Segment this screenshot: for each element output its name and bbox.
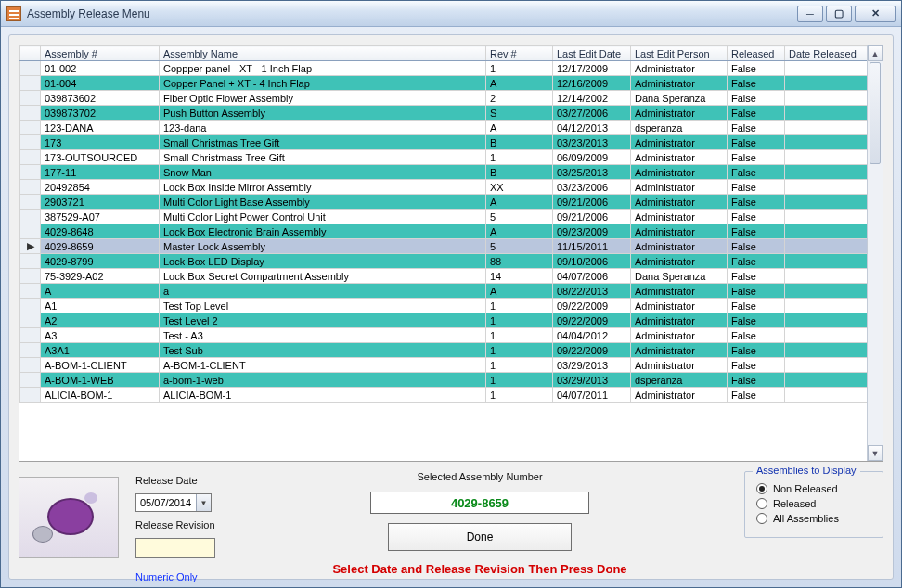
row-header[interactable] (20, 165, 41, 180)
radio-icon[interactable] (756, 513, 767, 524)
cell-last-edit-person[interactable]: Administrator (631, 239, 728, 254)
cell-rev[interactable]: A (486, 224, 553, 239)
table-row[interactable]: A-BOM-1-WEBa-bom-1-web103/29/2013dsperan… (20, 373, 868, 388)
col-last-edit-person[interactable]: Last Edit Person (631, 46, 728, 61)
release-date-picker[interactable]: 05/07/2014 ▼ (135, 493, 212, 512)
cell-assembly-name[interactable]: a (160, 284, 486, 299)
cell-assembly-name[interactable]: Multi Color Light Power Control Unit (160, 210, 486, 224)
cell-assembly-number[interactable]: 4029-8648 (41, 224, 160, 239)
cell-assembly-number[interactable]: 75-3929-A02 (41, 269, 160, 284)
cell-last-edit-person[interactable]: dsperanza (631, 121, 728, 135)
cell-last-edit-date[interactable]: 09/22/2009 (553, 299, 631, 313)
cell-last-edit-date[interactable]: 04/12/2013 (553, 121, 631, 135)
cell-last-edit-date[interactable]: 06/09/2009 (553, 150, 631, 165)
table-row[interactable]: 4029-8648Lock Box Electronic Brain Assem… (20, 224, 868, 239)
release-revision-input[interactable] (135, 538, 215, 558)
cell-last-edit-date[interactable]: 09/10/2006 (553, 254, 631, 269)
row-header[interactable] (20, 195, 41, 210)
col-released[interactable]: Released (728, 46, 785, 61)
table-row[interactable]: ▶4029-8659Master Lock Assembly511/15/201… (20, 239, 868, 254)
row-header[interactable] (20, 150, 41, 165)
cell-date-released[interactable] (785, 313, 868, 328)
cell-released[interactable]: False (728, 180, 785, 195)
cell-last-edit-person[interactable]: Administrator (631, 224, 728, 239)
cell-assembly-number[interactable]: 123-DANA (41, 121, 160, 135)
cell-date-released[interactable] (785, 61, 868, 76)
cell-released[interactable]: False (728, 284, 785, 299)
cell-released[interactable]: False (728, 254, 785, 269)
table-row[interactable]: A-BOM-1-CLIENTA-BOM-1-CLIENT103/29/2013A… (20, 358, 868, 373)
cell-assembly-name[interactable]: Lock Box Inside Mirror Assembly (160, 180, 486, 195)
cell-rev[interactable]: B (486, 135, 553, 150)
row-header[interactable] (20, 343, 41, 358)
row-header[interactable]: ▶ (20, 239, 41, 254)
cell-assembly-number[interactable]: A-BOM-1-CLIENT (41, 358, 160, 373)
cell-rev[interactable]: 1 (486, 343, 553, 358)
row-header[interactable] (20, 313, 41, 328)
cell-assembly-number[interactable]: 387529-A07 (41, 210, 160, 224)
filter-option[interactable]: Non Released (756, 483, 871, 494)
cell-last-edit-person[interactable]: dsperanza (631, 373, 728, 388)
table-row[interactable]: A1Test Top Level109/22/2009Administrator… (20, 299, 868, 313)
cell-date-released[interactable] (785, 358, 868, 373)
radio-icon[interactable] (756, 498, 767, 509)
cell-last-edit-date[interactable]: 09/22/2009 (553, 343, 631, 358)
cell-last-edit-date[interactable]: 08/22/2013 (553, 284, 631, 299)
cell-last-edit-person[interactable]: Administrator (631, 343, 728, 358)
cell-date-released[interactable] (785, 121, 868, 135)
cell-assembly-name[interactable]: Lock Box LED Display (160, 254, 486, 269)
cell-assembly-name[interactable]: Test Level 2 (160, 313, 486, 328)
scroll-thumb[interactable] (870, 62, 881, 164)
col-assembly-number[interactable]: Assembly # (41, 46, 160, 61)
cell-assembly-name[interactable]: Lock Box Electronic Brain Assembly (160, 224, 486, 239)
maximize-button[interactable]: ▢ (826, 6, 852, 22)
cell-rev[interactable]: 1 (486, 313, 553, 328)
cell-last-edit-person[interactable]: Administrator (631, 313, 728, 328)
cell-rev[interactable]: 1 (486, 388, 553, 403)
cell-rev[interactable]: 1 (486, 373, 553, 388)
cell-assembly-name[interactable]: Fiber Optic Flower Assembly (160, 91, 486, 106)
cell-date-released[interactable] (785, 150, 868, 165)
cell-assembly-number[interactable]: 039873702 (41, 106, 160, 121)
cell-last-edit-date[interactable]: 12/14/2002 (553, 91, 631, 106)
cell-assembly-number[interactable]: 01-004 (41, 76, 160, 91)
vertical-scrollbar[interactable]: ▲ ▼ (867, 45, 883, 461)
cell-released[interactable]: False (728, 239, 785, 254)
cell-assembly-name[interactable]: Small Christmas Tree Gift (160, 135, 486, 150)
cell-assembly-name[interactable]: 123-dana (160, 121, 486, 135)
col-assembly-name[interactable]: Assembly Name (160, 46, 486, 61)
cell-last-edit-date[interactable]: 11/15/2011 (553, 239, 631, 254)
header-row[interactable]: Assembly # Assembly Name Rev # Last Edit… (20, 46, 868, 61)
cell-released[interactable]: False (728, 388, 785, 403)
cell-last-edit-date[interactable]: 03/25/2013 (553, 165, 631, 180)
cell-last-edit-person[interactable]: Administrator (631, 299, 728, 313)
cell-date-released[interactable] (785, 388, 868, 403)
cell-rev[interactable]: 5 (486, 239, 553, 254)
cell-released[interactable]: False (728, 61, 785, 76)
col-last-edit-date[interactable]: Last Edit Date (553, 46, 631, 61)
done-button[interactable]: Done (388, 523, 572, 551)
cell-last-edit-person[interactable]: Administrator (631, 76, 728, 91)
cell-rev[interactable]: A (486, 284, 553, 299)
cell-rev[interactable]: XX (486, 180, 553, 195)
cell-released[interactable]: False (728, 224, 785, 239)
cell-last-edit-date[interactable]: 09/22/2009 (553, 313, 631, 328)
filter-option[interactable]: Released (756, 498, 871, 509)
table-row[interactable]: 123-DANA123-danaA04/12/2013dsperanzaFals… (20, 121, 868, 135)
cell-last-edit-date[interactable]: 09/21/2006 (553, 210, 631, 224)
cell-date-released[interactable] (785, 299, 868, 313)
cell-rev[interactable]: 2 (486, 91, 553, 106)
table-row[interactable]: 01-004Copper Panel + XT - 4 Inch FlapA12… (20, 76, 868, 91)
row-header[interactable] (20, 76, 41, 91)
table-row[interactable]: 173-OUTSOURCEDSmall Christmass Tree Gift… (20, 150, 868, 165)
cell-last-edit-person[interactable]: Administrator (631, 388, 728, 403)
cell-last-edit-person[interactable]: Administrator (631, 328, 728, 343)
cell-assembly-name[interactable]: a-bom-1-web (160, 373, 486, 388)
table-row[interactable]: A3A1Test Sub109/22/2009AdministratorFals… (20, 343, 868, 358)
cell-last-edit-date[interactable]: 12/17/2009 (553, 61, 631, 76)
cell-date-released[interactable] (785, 135, 868, 150)
cell-assembly-number[interactable]: A3A1 (41, 343, 160, 358)
cell-date-released[interactable] (785, 210, 868, 224)
cell-last-edit-person[interactable]: Administrator (631, 106, 728, 121)
col-date-released[interactable]: Date Released (785, 46, 868, 61)
